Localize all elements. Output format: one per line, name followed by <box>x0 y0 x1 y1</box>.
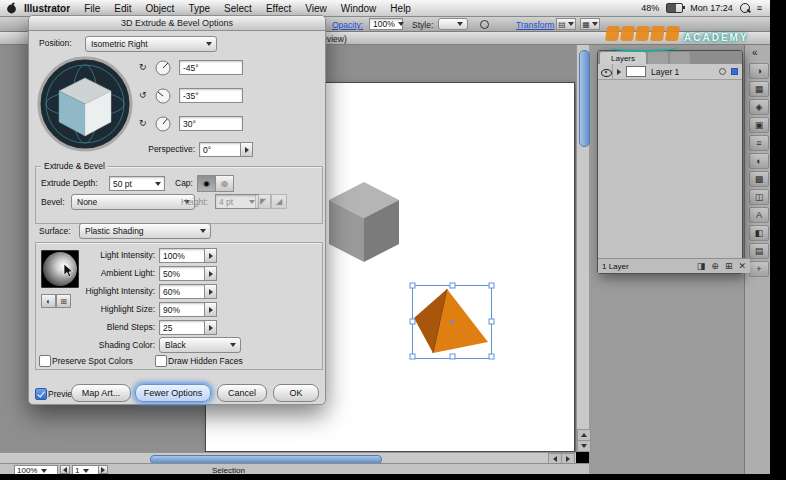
tab-hidden-1[interactable] <box>648 52 668 64</box>
highlight-size-stepper[interactable] <box>204 302 217 317</box>
ok-button[interactable]: OK <box>273 384 319 402</box>
cancel-button[interactable]: Cancel <box>217 384 267 402</box>
delete-layer-icon[interactable]: ✕ <box>738 261 746 271</box>
apple-icon[interactable] <box>6 2 17 14</box>
align-panel-icon[interactable]: ▤ <box>749 243 769 259</box>
ambient-light-label: Ambient Light: <box>37 268 155 278</box>
selection-color-indicator[interactable] <box>731 68 738 75</box>
transform-link[interactable]: Transform <box>516 20 554 30</box>
menu-effect[interactable]: Effect <box>259 3 298 14</box>
first-page-button[interactable] <box>60 465 70 474</box>
cap-on-button[interactable]: ◉ <box>197 175 216 192</box>
scroll-down-button[interactable] <box>577 440 591 452</box>
color-panel-icon[interactable]: ◑ <box>749 63 769 79</box>
stroke-panel-icon[interactable]: ≡ <box>749 135 769 151</box>
menu-clock[interactable]: Mon 17:24 <box>690 3 733 13</box>
symbols-panel-icon[interactable]: ▣ <box>749 117 769 133</box>
menu-status-area: 48% Mon 17:24 ≡ <box>641 3 770 13</box>
app-window: Illustrator File Edit Object Type Select… <box>0 0 786 480</box>
collapse-dock-icon[interactable]: « <box>752 47 758 58</box>
map-art-button[interactable]: Map Art... <box>71 384 131 402</box>
highlight-size-label: Highlight Size: <box>37 304 155 314</box>
menu-object[interactable]: Object <box>138 3 181 14</box>
rotate-y-dial[interactable] <box>155 88 171 104</box>
preview-checkbox[interactable] <box>35 388 47 400</box>
rotate-x-field[interactable]: -45° <box>179 60 243 75</box>
tab-layers[interactable]: Layers <box>600 52 646 64</box>
vertical-scroll-thumb[interactable] <box>579 50 590 147</box>
notification-list-icon[interactable]: ≡ <box>757 3 762 13</box>
rotate-y-field[interactable]: -35° <box>179 88 243 103</box>
layers-panel-tab-bar: Layers <box>598 51 742 64</box>
disclosure-triangle-icon[interactable] <box>617 69 621 75</box>
surface-dropdown[interactable]: Plastic Shading <box>79 223 211 239</box>
next-page-button[interactable] <box>98 465 108 474</box>
menu-file[interactable]: File <box>77 3 107 14</box>
menu-select[interactable]: Select <box>217 3 259 14</box>
menu-illustrator[interactable]: Illustrator <box>17 3 77 14</box>
frame-bar-right <box>770 0 786 480</box>
style-dropdown[interactable] <box>438 18 468 30</box>
appearance-panel-icon[interactable]: A <box>749 207 769 223</box>
clipping-mask-icon[interactable]: ◨ <box>697 261 706 271</box>
preserve-spot-colors-checkbox[interactable] <box>39 355 51 367</box>
perspective-stepper[interactable] <box>240 142 253 157</box>
draw-hidden-faces-checkbox[interactable] <box>155 355 167 367</box>
gradient-panel-icon[interactable]: ◐ <box>749 153 769 169</box>
visibility-eye-icon[interactable] <box>601 69 612 77</box>
battery-icon <box>666 3 683 13</box>
bevel-extent-in-button: ◢ <box>271 194 287 209</box>
rotate-z-field[interactable]: 30° <box>179 116 243 131</box>
actions-panel-icon[interactable]: + <box>749 261 769 277</box>
vertical-scrollbar[interactable] <box>576 45 589 452</box>
frame-bar-bottom <box>0 474 786 480</box>
highlight-intensity-stepper[interactable] <box>204 284 217 299</box>
track-cube-widget[interactable] <box>37 56 133 152</box>
graphic-styles-panel-icon[interactable]: ◫ <box>749 189 769 205</box>
ambient-light-stepper[interactable] <box>204 266 217 281</box>
layers-panel-footer: 1 Layer ◨ ⊕ ⊞ ✕ <box>598 258 750 273</box>
opacity-field[interactable]: 100% <box>369 18 403 30</box>
transparency-panel-icon[interactable]: ▩ <box>749 171 769 187</box>
pathfinder-panel-icon[interactable]: ◧ <box>749 225 769 241</box>
layer-name[interactable]: Layer 1 <box>651 67 679 77</box>
menu-help[interactable]: Help <box>383 3 418 14</box>
gray-cube-object[interactable] <box>329 182 399 262</box>
layer-row[interactable]: Layer 1 <box>598 64 742 80</box>
tab-hidden-2[interactable] <box>670 52 690 64</box>
rotate-z-dial[interactable] <box>155 116 171 132</box>
brushes-panel-icon[interactable]: ◈ <box>749 99 769 115</box>
rotate-z-axis-icon: ↻ <box>139 118 147 128</box>
menu-view[interactable]: View <box>298 3 334 14</box>
menu-edit[interactable]: Edit <box>107 3 138 14</box>
blend-steps-stepper[interactable] <box>204 320 217 335</box>
swatches-panel-icon[interactable]: ▦ <box>749 81 769 97</box>
dialog-title[interactable]: 3D Extrude & Bevel Options <box>29 16 325 31</box>
menu-type[interactable]: Type <box>181 3 217 14</box>
horizontal-scrollbar[interactable] <box>0 452 576 463</box>
shading-color-dropdown[interactable]: Black <box>159 337 241 353</box>
position-dropdown[interactable]: Isometric Right <box>85 36 217 52</box>
cursor-arrow <box>63 264 75 278</box>
cap-off-button[interactable]: ◎ <box>215 175 234 192</box>
target-circle-icon[interactable] <box>719 68 726 75</box>
rotate-x-dial[interactable] <box>155 60 171 76</box>
new-layer-icon[interactable]: ⊞ <box>725 261 733 271</box>
menu-window[interactable]: Window <box>334 3 384 14</box>
opacity-link[interactable]: Opacity: <box>332 20 363 30</box>
extrude-depth-field[interactable]: 50 pt <box>109 176 165 191</box>
battery-percent: 48% <box>641 3 659 13</box>
new-sublayer-icon[interactable]: ⊕ <box>711 261 719 271</box>
cap-label: Cap: <box>175 178 193 188</box>
light-intensity-stepper[interactable] <box>204 248 217 263</box>
layer-thumbnail[interactable] <box>626 66 646 77</box>
fewer-options-button[interactable]: Fewer Options <box>135 384 211 402</box>
bevel-dropdown[interactable]: None <box>71 194 195 210</box>
pathfinder-panel-button[interactable]: ▦ <box>580 18 600 30</box>
bevel-height-label: Height: <box>181 197 208 207</box>
document-status-bar: 100% 1 Selection <box>0 463 589 474</box>
mask-icon[interactable] <box>480 20 489 29</box>
spotlight-icon[interactable] <box>740 3 750 13</box>
layers-panel: Layers Layer 1 1 Layer ◨ ⊕ ⊞ ✕ <box>597 50 743 274</box>
align-panel-button[interactable]: ▤ <box>556 18 576 30</box>
